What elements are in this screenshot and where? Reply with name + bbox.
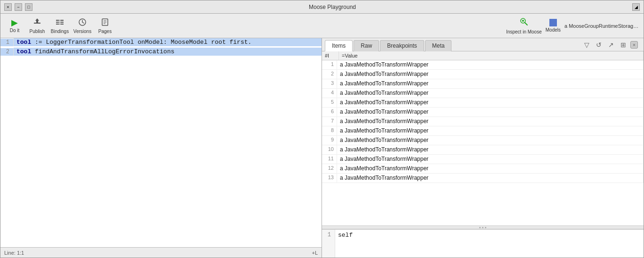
- tabs-container: Items Raw Breakpoints Meta: [325, 38, 579, 51]
- row-index: 8: [322, 126, 337, 135]
- items-table[interactable]: #I =Value 1 a JavaMethodToTransformWrapp…: [322, 51, 644, 225]
- minimize-window-btn[interactable]: −: [15, 3, 22, 11]
- right-panel: Items Raw Breakpoints Meta ▽ ↺ ↗ ⊞ × #I …: [322, 38, 644, 258]
- bottom-line-number: 1: [322, 230, 335, 258]
- row-index: 2: [322, 70, 337, 79]
- svg-rect-7: [61, 22, 64, 23]
- row-value: a JavaMethodToTransformWrapper: [337, 126, 644, 135]
- bottom-code[interactable]: self: [335, 230, 355, 258]
- run-button[interactable]: ▶ Do it: [4, 16, 25, 36]
- line-number-1: 1: [0, 39, 14, 46]
- close-panel-btn[interactable]: ×: [630, 41, 638, 49]
- row-index: 7: [322, 117, 337, 126]
- main-window: × − □ Moose Playground ◢ ▶ Do it Publish…: [0, 0, 644, 258]
- run-icon: ▶: [11, 18, 18, 27]
- svg-rect-3: [56, 20, 59, 21]
- code-content-1: tool := LoggerTransformationTool onModel…: [14, 38, 322, 46]
- maximize-window-btn[interactable]: □: [25, 3, 32, 11]
- refresh-icon-btn[interactable]: ↺: [594, 40, 604, 50]
- tab-items[interactable]: Items: [325, 40, 353, 51]
- right-toolbar: ▽ ↺ ↗ ⊞ ×: [579, 40, 641, 50]
- row-value: a JavaMethodToTransformWrapper: [337, 136, 644, 145]
- toolbar: ▶ Do it Publish Bindings Versions Page: [0, 14, 644, 38]
- versions-button[interactable]: Versions: [72, 16, 93, 36]
- tab-meta[interactable]: Meta: [425, 40, 452, 51]
- keyword-tool-2: tool: [16, 48, 31, 55]
- row-value: a JavaMethodToTransformWrapper: [337, 60, 644, 69]
- main-content: 1 tool := LoggerTransformationTool onMod…: [0, 38, 644, 258]
- svg-marker-2: [35, 18, 39, 21]
- row-index: 12: [322, 164, 337, 173]
- models-button[interactable]: Models: [546, 19, 561, 33]
- export-icon-btn[interactable]: ↗: [606, 40, 616, 50]
- table-row[interactable]: 7 a JavaMethodToTransformWrapper: [322, 117, 644, 126]
- svg-rect-5: [56, 24, 59, 25]
- row-value: a JavaMethodToTransformWrapper: [337, 79, 644, 88]
- row-value: a JavaMethodToTransformWrapper: [337, 164, 644, 173]
- row-index: 9: [322, 136, 337, 145]
- filter-icon-btn[interactable]: ▽: [581, 40, 592, 50]
- value-header: =Value: [339, 51, 644, 60]
- table-row[interactable]: 10 a JavaMethodToTransformWrapper: [322, 145, 644, 155]
- grid-icon-btn[interactable]: ⊞: [618, 40, 628, 50]
- bottom-panel: 1 self: [322, 229, 644, 258]
- bindings-label: Bindings: [51, 29, 69, 34]
- table-row[interactable]: 8 a JavaMethodToTransformWrapper: [322, 126, 644, 136]
- code-content-2: tool findAndTransformAllLogErrorInvocati…: [14, 48, 322, 56]
- versions-icon: [78, 18, 87, 28]
- row-index: 6: [322, 108, 337, 117]
- close-window-btn[interactable]: ×: [4, 3, 12, 11]
- row-value: a JavaMethodToTransformWrapper: [337, 145, 644, 154]
- line-number-2: 2: [0, 48, 14, 56]
- table-row[interactable]: 11 a JavaMethodToTransformWrapper: [322, 155, 644, 164]
- code-editor[interactable]: 1 tool := LoggerTransformationTool onMod…: [0, 38, 322, 247]
- keyword-tool-1: tool: [16, 39, 31, 46]
- pages-icon: [101, 18, 109, 28]
- result-label: a MooseGroupRuntimeStorage ...: [564, 23, 640, 29]
- table-row[interactable]: 3 a JavaMethodToTransformWrapper: [322, 79, 644, 89]
- table-row[interactable]: 9 a JavaMethodToTransformWrapper: [322, 136, 644, 145]
- cursor-position: Line: 1:1: [4, 250, 24, 256]
- right-header: Items Raw Breakpoints Meta ▽ ↺ ↗ ⊞ ×: [322, 38, 644, 51]
- pages-label: Pages: [98, 29, 112, 34]
- table-row[interactable]: 12 a JavaMethodToTransformWrapper: [322, 164, 644, 174]
- table-row[interactable]: 13 a JavaMethodToTransformWrapper: [322, 174, 644, 183]
- svg-rect-6: [61, 20, 64, 21]
- row-value: a JavaMethodToTransformWrapper: [337, 89, 644, 98]
- publish-icon: [33, 18, 41, 28]
- row-value: a JavaMethodToTransformWrapper: [337, 108, 644, 117]
- tab-raw[interactable]: Raw: [354, 40, 379, 51]
- row-index: 1: [322, 60, 337, 69]
- resize-dots: [479, 227, 486, 228]
- row-value: a JavaMethodToTransformWrapper: [337, 117, 644, 126]
- vertical-resize-handle[interactable]: [322, 225, 644, 229]
- row-index: 13: [322, 174, 337, 183]
- table-row[interactable]: 5 a JavaMethodToTransformWrapper: [322, 98, 644, 108]
- row-value: a JavaMethodToTransformWrapper: [337, 155, 644, 164]
- bindings-button[interactable]: Bindings: [49, 16, 70, 36]
- window-title: Moose Playground: [32, 4, 632, 10]
- tab-breakpoints[interactable]: Breakpoints: [380, 40, 424, 51]
- row-index: 5: [322, 98, 337, 107]
- inspect-in-moose-button[interactable]: Inspect in Moose: [506, 17, 542, 34]
- index-header: #I: [322, 51, 339, 60]
- row-index: 10: [322, 145, 337, 154]
- publish-button[interactable]: Publish: [27, 16, 48, 36]
- table-row[interactable]: 2 a JavaMethodToTransformWrapper: [322, 70, 644, 79]
- versions-label: Versions: [73, 29, 91, 34]
- code-line-2[interactable]: 2 tool findAndTransformAllLogErrorInvoca…: [0, 48, 322, 57]
- publish-label: Publish: [30, 29, 45, 34]
- svg-line-18: [525, 23, 527, 25]
- code-line-1[interactable]: 1 tool := LoggerTransformationTool onMod…: [0, 38, 322, 48]
- window-resize-btn[interactable]: ◢: [632, 3, 640, 11]
- bindings-icon: [56, 18, 64, 28]
- table-row[interactable]: 1 a JavaMethodToTransformWrapper: [322, 60, 644, 70]
- row-index: 11: [322, 155, 337, 164]
- svg-point-19: [522, 20, 524, 22]
- table-row[interactable]: 4 a JavaMethodToTransformWrapper: [322, 89, 644, 98]
- inspect-icon: [519, 17, 529, 28]
- pages-button[interactable]: Pages: [95, 16, 115, 36]
- svg-rect-4: [56, 22, 59, 23]
- table-row[interactable]: 6 a JavaMethodToTransformWrapper: [322, 108, 644, 117]
- editor-mode: +L: [312, 250, 318, 256]
